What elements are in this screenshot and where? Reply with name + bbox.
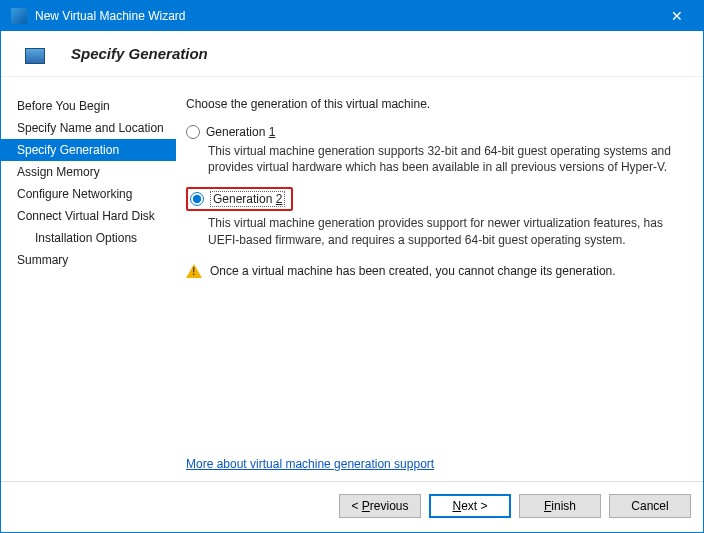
- generation-1-label[interactable]: Generation 1: [206, 125, 275, 139]
- warning-row: Once a virtual machine has been created,…: [186, 264, 681, 278]
- step-name-location[interactable]: Specify Name and Location: [1, 117, 176, 139]
- generation-2-radio[interactable]: [190, 192, 204, 206]
- more-info-link[interactable]: More about virtual machine generation su…: [186, 437, 681, 471]
- warning-text: Once a virtual machine has been created,…: [210, 264, 616, 278]
- app-icon: [11, 8, 27, 24]
- wizard-footer: < Previous Next > Finish Cancel: [1, 481, 703, 532]
- step-specify-generation[interactable]: Specify Generation: [1, 139, 176, 161]
- step-configure-networking[interactable]: Configure Networking: [1, 183, 176, 205]
- wizard-steps: Before You Begin Specify Name and Locati…: [1, 77, 176, 481]
- window-title: New Virtual Machine Wizard: [35, 9, 654, 23]
- step-summary[interactable]: Summary: [1, 249, 176, 271]
- generation-1-option[interactable]: Generation 1: [186, 125, 681, 139]
- prompt-text: Choose the generation of this virtual ma…: [186, 97, 681, 111]
- generation-2-label[interactable]: Generation 2: [210, 191, 285, 207]
- step-assign-memory[interactable]: Assign Memory: [1, 161, 176, 183]
- warning-icon: [186, 264, 202, 278]
- titlebar: New Virtual Machine Wizard ✕: [1, 1, 703, 31]
- cancel-button[interactable]: Cancel: [609, 494, 691, 518]
- next-button[interactable]: Next >: [429, 494, 511, 518]
- generation-2-option[interactable]: Generation 2: [186, 187, 293, 211]
- generation-1-radio[interactable]: [186, 125, 200, 139]
- wizard-content: Choose the generation of this virtual ma…: [176, 77, 703, 481]
- step-connect-vhd[interactable]: Connect Virtual Hard Disk: [1, 205, 176, 227]
- previous-button[interactable]: < Previous: [339, 494, 421, 518]
- page-title: Specify Generation: [71, 45, 208, 62]
- generation-1-desc: This virtual machine generation supports…: [208, 143, 681, 175]
- wizard-icon: [25, 48, 45, 64]
- wizard-header: Specify Generation: [1, 31, 703, 77]
- step-before-you-begin[interactable]: Before You Begin: [1, 95, 176, 117]
- finish-button[interactable]: Finish: [519, 494, 601, 518]
- generation-2-desc: This virtual machine generation provides…: [208, 215, 681, 247]
- step-installation-options[interactable]: Installation Options: [1, 227, 176, 249]
- close-icon[interactable]: ✕: [654, 1, 699, 31]
- wizard-window: New Virtual Machine Wizard ✕ Specify Gen…: [0, 0, 704, 533]
